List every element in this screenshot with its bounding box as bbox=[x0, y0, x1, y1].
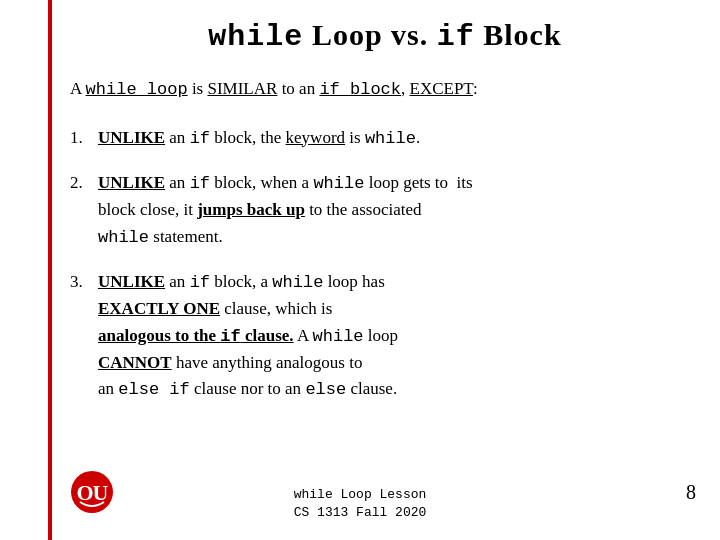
else-code: else bbox=[305, 380, 346, 399]
intro-except: EXCEPT bbox=[410, 79, 473, 98]
exactly-one: EXACTLY ONE bbox=[98, 299, 220, 318]
intro-line: A while loop is SIMILAR to an if block, … bbox=[70, 76, 700, 103]
ou-logo-svg: OU bbox=[70, 470, 114, 514]
title-while: while bbox=[208, 20, 303, 54]
analogous-text: analogous to the if clause. bbox=[98, 326, 294, 345]
ou-logo: OU bbox=[70, 470, 114, 514]
while-2: while bbox=[313, 174, 364, 193]
unlike-2: UNLIKE bbox=[98, 173, 165, 192]
while-1: while bbox=[365, 129, 416, 148]
if-1: if bbox=[190, 129, 210, 148]
item-content-2: UNLIKE an if block, when a while loop ge… bbox=[98, 170, 700, 251]
jumps-back-up: jumps back up bbox=[197, 200, 305, 219]
item-number-3: 3. bbox=[70, 269, 98, 295]
item-number-2: 2. bbox=[70, 170, 98, 196]
footer-line1: while Loop Lesson bbox=[294, 486, 427, 504]
unlike-1: UNLIKE bbox=[98, 128, 165, 147]
items-list: 1. UNLIKE an if block, the keyword is wh… bbox=[70, 125, 700, 404]
while-4: while bbox=[313, 327, 364, 346]
item-number-1: 1. bbox=[70, 125, 98, 151]
slide-content: while Loop vs. if Block A while loop is … bbox=[70, 0, 700, 540]
intro-while-loop: while loop bbox=[86, 80, 188, 99]
cannot-text: CANNOT bbox=[98, 353, 172, 372]
keyword-1: keyword bbox=[286, 128, 345, 147]
if-3: if bbox=[190, 273, 210, 292]
list-item: 2. UNLIKE an if block, when a while loop… bbox=[70, 170, 700, 251]
unlike-3: UNLIKE bbox=[98, 272, 165, 291]
page-number: 8 bbox=[686, 481, 696, 504]
title-block: Block bbox=[475, 18, 562, 51]
while-statement: while bbox=[98, 228, 149, 247]
intro-similar: SIMILAR bbox=[207, 79, 277, 98]
title-loopvs: Loop vs. bbox=[303, 18, 436, 51]
footer-text: while Loop Lesson CS 1313 Fall 2020 bbox=[294, 486, 427, 522]
intro-if-block: if block bbox=[319, 80, 401, 99]
slide: while Loop vs. if Block A while loop is … bbox=[0, 0, 720, 540]
slide-footer: OU while Loop Lesson CS 1313 Fall 2020 8 bbox=[0, 486, 720, 522]
item-content-3: UNLIKE an if block, a while loop has EXA… bbox=[98, 269, 700, 404]
if-2: if bbox=[190, 174, 210, 193]
slide-title: while Loop vs. if Block bbox=[70, 18, 700, 54]
svg-text:OU: OU bbox=[77, 480, 109, 505]
item-content-1: UNLIKE an if block, the keyword is while… bbox=[98, 125, 700, 152]
while-3: while bbox=[272, 273, 323, 292]
list-item: 3. UNLIKE an if block, a while loop has … bbox=[70, 269, 700, 404]
else-if-code: else if bbox=[118, 380, 189, 399]
list-item: 1. UNLIKE an if block, the keyword is wh… bbox=[70, 125, 700, 152]
left-accent-bar bbox=[48, 0, 52, 540]
footer-line2: CS 1313 Fall 2020 bbox=[294, 504, 427, 522]
title-if: if bbox=[437, 20, 475, 54]
if-clause-code: if bbox=[220, 327, 240, 346]
